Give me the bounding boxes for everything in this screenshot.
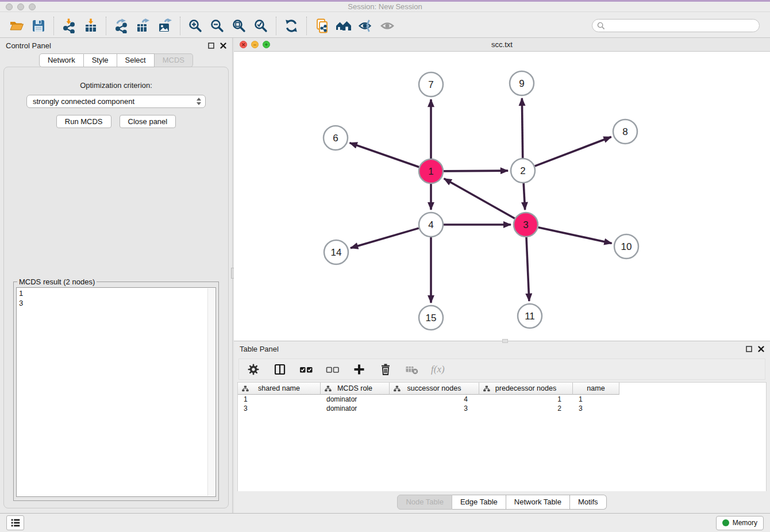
tab-network-table[interactable]: Network Table xyxy=(506,495,570,510)
close-panel-button[interactable] xyxy=(220,43,226,49)
export-image-icon xyxy=(157,18,172,33)
table-panel: Table Panel xyxy=(234,341,770,513)
tab-edge-table[interactable]: Edge Table xyxy=(452,495,506,510)
create-column-button[interactable] xyxy=(352,362,367,377)
show-hide-button[interactable] xyxy=(376,16,398,36)
delete-icon xyxy=(379,363,392,376)
graph-edge-2-3[interactable] xyxy=(523,183,525,210)
column-header-successor-nodes[interactable]: successor nodes xyxy=(390,383,479,395)
graph-edge-1-6[interactable] xyxy=(350,143,419,167)
close-icon xyxy=(220,43,226,49)
refresh-button[interactable] xyxy=(280,16,302,36)
table-row[interactable]: 3dominator323 xyxy=(238,404,766,413)
home-layout-button[interactable] xyxy=(333,16,355,36)
graph-edge-3-10[interactable] xyxy=(538,228,611,244)
graph-node-9[interactable]: 9 xyxy=(510,71,534,95)
export-network-button[interactable] xyxy=(110,16,132,36)
zoom-out-button[interactable] xyxy=(206,16,228,36)
split-table-icon xyxy=(274,363,286,376)
column-header-mcds-role[interactable]: MCDS role xyxy=(321,383,390,395)
graph-edge-2-8[interactable] xyxy=(535,137,611,166)
open-session-button[interactable] xyxy=(6,16,28,36)
search-field[interactable] xyxy=(592,19,760,32)
graph-edge-3-1[interactable] xyxy=(444,179,515,218)
control-panel: Control Panel NetworkStyleSelectMCDS Opt… xyxy=(0,38,232,513)
graph-node-label: 7 xyxy=(428,79,433,90)
delete-column-button[interactable] xyxy=(378,362,393,377)
zoom-fit-button[interactable] xyxy=(228,16,250,36)
graph-node-7[interactable]: 7 xyxy=(419,72,443,97)
table-tabbar: Node TableEdge TableNetwork TableMotifs xyxy=(234,491,770,513)
float-panel-button[interactable] xyxy=(208,43,214,49)
graph-node-14[interactable]: 14 xyxy=(324,240,348,264)
close-icon xyxy=(758,346,764,352)
tab-network[interactable]: Network xyxy=(39,53,84,67)
import-network-button[interactable] xyxy=(58,16,80,36)
toolbar-separator xyxy=(53,17,54,35)
search-input[interactable] xyxy=(608,22,754,30)
close-table-panel-button[interactable] xyxy=(758,346,764,352)
graph-node-4[interactable]: 4 xyxy=(419,213,443,237)
network-canvas[interactable]: 7968124314101511 xyxy=(234,52,770,341)
graph-node-15[interactable]: 15 xyxy=(419,306,443,330)
export-table-button[interactable] xyxy=(132,16,154,36)
graph-node-11[interactable]: 11 xyxy=(518,304,542,328)
graph-node-8[interactable]: 8 xyxy=(613,119,637,144)
mcds-result-group: MCDS result (2 nodes) 13 xyxy=(13,282,219,501)
table-cell: 2 xyxy=(479,404,573,413)
graph-node-6[interactable]: 6 xyxy=(324,126,348,150)
tab-select[interactable]: Select xyxy=(117,53,155,67)
column-type-icon xyxy=(483,385,490,392)
float-table-panel-button[interactable] xyxy=(746,346,752,352)
column-header-shared-name[interactable]: shared name xyxy=(238,383,321,395)
minimize-network-button[interactable]: − xyxy=(251,41,259,48)
tab-node-table[interactable]: Node Table xyxy=(397,495,452,510)
close-panel-text-button[interactable]: Close panel xyxy=(120,115,176,128)
graph-edge-4-14[interactable] xyxy=(351,228,419,248)
show-column-button[interactable] xyxy=(272,362,287,377)
graph-node-3[interactable]: 3 xyxy=(514,213,538,237)
graph-edge-1-2[interactable] xyxy=(444,171,508,171)
close-network-button[interactable]: ✕ xyxy=(240,41,247,48)
column-header-name[interactable]: name xyxy=(573,383,619,395)
table-panel-title: Table Panel xyxy=(240,345,279,353)
tab-motifs[interactable]: Motifs xyxy=(570,495,607,510)
deselect-all-button[interactable] xyxy=(325,362,340,377)
function-builder-button[interactable]: f(x) xyxy=(431,362,445,377)
criterion-select[interactable]: strongly connected component xyxy=(26,95,206,108)
result-scrollbar[interactable] xyxy=(207,288,215,496)
table-cell: dominator xyxy=(321,404,390,413)
graphics-details-button[interactable] xyxy=(355,16,376,36)
zoom-in-icon xyxy=(188,18,203,33)
table-row[interactable]: 1dominator411 xyxy=(238,395,766,404)
run-mcds-button[interactable]: Run MCDS xyxy=(56,115,111,128)
column-header-label: shared name xyxy=(258,384,300,392)
delete-table-button[interactable] xyxy=(405,362,419,377)
save-session-button[interactable] xyxy=(28,16,49,36)
table-settings-button[interactable] xyxy=(246,362,261,377)
graph-node-10[interactable]: 10 xyxy=(614,234,638,259)
graph-edge-2-9[interactable] xyxy=(522,98,522,158)
panel-chooser-button[interactable] xyxy=(6,515,24,530)
memory-button[interactable]: Memory xyxy=(716,516,764,530)
graph-node-label: 8 xyxy=(622,126,627,137)
select-all-button[interactable] xyxy=(299,362,314,377)
graph-node-label: 6 xyxy=(333,133,338,144)
graph-node-2[interactable]: 2 xyxy=(511,159,535,183)
select-all-icon xyxy=(299,363,313,376)
zoom-in-button[interactable] xyxy=(184,16,206,36)
zoom-out-icon xyxy=(210,18,225,33)
zoom-selected-button[interactable] xyxy=(250,16,272,36)
export-image-button[interactable] xyxy=(154,16,176,36)
clone-network-button[interactable] xyxy=(311,16,333,36)
column-header-label: MCDS role xyxy=(337,384,372,392)
tab-style[interactable]: Style xyxy=(84,53,117,67)
column-header-predecessor-nodes[interactable]: predecessor nodes xyxy=(479,383,573,395)
graph-node-1[interactable]: 1 xyxy=(419,159,443,183)
horizontal-splitter-handle[interactable] xyxy=(502,339,508,343)
graph-edge-3-11[interactable] xyxy=(526,237,529,301)
import-table-button[interactable] xyxy=(80,16,102,36)
tab-mcds[interactable]: MCDS xyxy=(155,53,193,67)
maximize-network-button[interactable]: + xyxy=(263,41,270,48)
mcds-result-text[interactable]: 13 xyxy=(16,287,216,497)
